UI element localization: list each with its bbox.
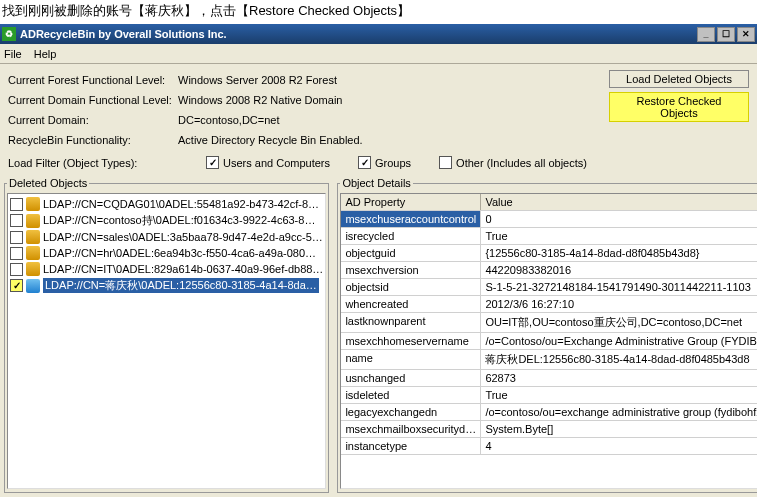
menu-help[interactable]: Help	[34, 48, 57, 60]
grid-cell-property: legacyexchangedn	[341, 404, 481, 420]
tree-item-label: LDAP://CN=hr\0ADEL:6ea94b3c-f550-4ca6-a4…	[43, 247, 316, 259]
info-panel: Load Deleted Objects Restore Checked Obj…	[0, 64, 757, 152]
grid-row[interactable]: name蒋庆秋DEL:12556c80-3185-4a14-8dad-d8f04…	[341, 350, 757, 370]
filter-groups-label: Groups	[375, 157, 411, 169]
tree-item[interactable]: LDAP://CN=sales\0ADEL:3a5baa78-9d47-4e2d…	[8, 229, 325, 245]
filter-groups-checkbox[interactable]: Groups	[358, 156, 411, 169]
minimize-button[interactable]: _	[697, 27, 715, 42]
tree-item-checkbox[interactable]	[10, 198, 23, 211]
tree-item-checkbox[interactable]	[10, 279, 23, 292]
tree-item[interactable]: LDAP://CN=IT\0ADEL:829a614b-0637-40a9-96…	[8, 261, 325, 277]
window-title: ADRecycleBin by Overall Solutions Inc.	[20, 28, 227, 40]
grid-cell-value: 0	[481, 211, 757, 227]
filter-row: Load Filter (Object Types): Users and Co…	[0, 152, 757, 177]
grid-row[interactable]: usnchanged62873	[341, 370, 757, 387]
grid-row[interactable]: msexchuseraccountcontrol0	[341, 211, 757, 228]
instruction-text: 找到刚刚被删除的账号【蒋庆秋】，点击【Restore Checked Objec…	[0, 0, 757, 24]
deleted-objects-legend: Deleted Objects	[7, 177, 89, 189]
object-details-grid[interactable]: AD Property Value msexchuseraccountcontr…	[340, 193, 757, 489]
tree-item-checkbox[interactable]	[10, 214, 23, 227]
grid-row[interactable]: whencreated2012/3/6 16:27:10	[341, 296, 757, 313]
tree-item[interactable]: LDAP://CN=contoso持\0ADEL:f01634c3-9922-4…	[8, 212, 325, 229]
grid-row[interactable]: objectguid{12556c80-3185-4a14-8dad-d8f04…	[341, 245, 757, 262]
maximize-button[interactable]: ☐	[717, 27, 735, 42]
deleted-objects-panel: Deleted Objects LDAP://CN=CQDAG01\0ADEL:…	[4, 177, 329, 493]
restore-checked-button[interactable]: Restore Checked Objects	[609, 92, 749, 122]
tree-item[interactable]: LDAP://CN=hr\0ADEL:6ea94b3c-f550-4ca6-a4…	[8, 245, 325, 261]
group-icon	[26, 214, 40, 228]
grid-cell-value: /o=contoso/ou=exchange administrative gr…	[481, 404, 757, 420]
grid-cell-value: /o=Contoso/ou=Exchange Administrative Gr…	[481, 333, 757, 349]
grid-cell-property: isrecycled	[341, 228, 481, 244]
grid-row[interactable]: isrecycledTrue	[341, 228, 757, 245]
grid-cell-property: whencreated	[341, 296, 481, 312]
group-icon	[26, 246, 40, 260]
tree-item-label: LDAP://CN=sales\0ADEL:3a5baa78-9d47-4e2d…	[43, 231, 323, 243]
tree-item-checkbox[interactable]	[10, 247, 23, 260]
grid-cell-value: True	[481, 228, 757, 244]
grid-cell-property: usnchanged	[341, 370, 481, 386]
grid-cell-property: msexchversion	[341, 262, 481, 278]
grid-cell-value: 2012/3/6 16:27:10	[481, 296, 757, 312]
grid-row[interactable]: msexchhomeservername/o=Contoso/ou=Exchan…	[341, 333, 757, 350]
current-domain-value: DC=contoso,DC=net	[178, 114, 280, 126]
domain-fn-level-label: Current Domain Functional Level:	[8, 94, 178, 106]
load-deleted-button[interactable]: Load Deleted Objects	[609, 70, 749, 88]
deleted-objects-tree[interactable]: LDAP://CN=CQDAG01\0ADEL:55481a92-b473-42…	[7, 193, 326, 489]
checkbox-icon	[206, 156, 219, 169]
grid-row[interactable]: msexchversion44220983382016	[341, 262, 757, 279]
grid-header: AD Property Value	[341, 194, 757, 211]
group-icon	[26, 197, 40, 211]
grid-cell-value: {12556c80-3185-4a14-8dad-d8f0485b43d8}	[481, 245, 757, 261]
grid-cell-value: 4	[481, 438, 757, 454]
tree-item[interactable]: LDAP://CN=蒋庆秋\0ADEL:12556c80-3185-4a14-8…	[8, 277, 325, 294]
grid-cell-value: True	[481, 387, 757, 403]
grid-cell-property: isdeleted	[341, 387, 481, 403]
grid-cell-property: objectsid	[341, 279, 481, 295]
grid-row[interactable]: legacyexchangedn/o=contoso/ou=exchange a…	[341, 404, 757, 421]
grid-cell-property: msexchhomeservername	[341, 333, 481, 349]
user-icon	[26, 279, 40, 293]
grid-cell-value: 蒋庆秋DEL:12556c80-3185-4a14-8dad-d8f0485b4…	[481, 350, 757, 369]
grid-header-value[interactable]: Value	[481, 194, 757, 210]
group-icon	[26, 262, 40, 276]
close-button[interactable]: ✕	[737, 27, 755, 42]
grid-row[interactable]: msexchmailboxsecuritydescriptorSystem.By…	[341, 421, 757, 438]
grid-row[interactable]: objectsidS-1-5-21-3272148184-1541791490-…	[341, 279, 757, 296]
window-titlebar: ♻ ADRecycleBin by Overall Solutions Inc.…	[0, 24, 757, 44]
checkbox-icon	[439, 156, 452, 169]
grid-cell-value: 44220983382016	[481, 262, 757, 278]
grid-cell-property: lastknownparent	[341, 313, 481, 332]
recyclebin-func-value: Active Directory Recycle Bin Enabled.	[178, 134, 363, 146]
tree-item-checkbox[interactable]	[10, 263, 23, 276]
grid-cell-property: name	[341, 350, 481, 369]
filter-other-label: Other (Includes all objects)	[456, 157, 587, 169]
domain-fn-level-value: Windows 2008 R2 Native Domain	[178, 94, 342, 106]
forest-level-value: Windows Server 2008 R2 Forest	[178, 74, 337, 86]
grid-cell-value: System.Byte[]	[481, 421, 757, 437]
grid-header-property[interactable]: AD Property	[341, 194, 481, 210]
object-details-legend: Object Details	[340, 177, 412, 189]
filter-users-label: Users and Computers	[223, 157, 330, 169]
tree-item-label: LDAP://CN=蒋庆秋\0ADEL:12556c80-3185-4a14-8…	[43, 278, 319, 293]
grid-cell-value: OU=IT部,OU=contoso重庆公司,DC=contoso,DC=net	[481, 313, 757, 332]
current-domain-label: Current Domain:	[8, 114, 178, 126]
forest-level-label: Current Forest Functional Level:	[8, 74, 178, 86]
recyclebin-func-label: RecycleBin Functionality:	[8, 134, 178, 146]
grid-row[interactable]: lastknownparentOU=IT部,OU=contoso重庆公司,DC=…	[341, 313, 757, 333]
menu-file[interactable]: File	[4, 48, 22, 60]
grid-row[interactable]: isdeletedTrue	[341, 387, 757, 404]
grid-cell-value: S-1-5-21-3272148184-1541791490-301144221…	[481, 279, 757, 295]
filter-other-checkbox[interactable]: Other (Includes all objects)	[439, 156, 587, 169]
grid-cell-value: 62873	[481, 370, 757, 386]
tree-item-label: LDAP://CN=CQDAG01\0ADEL:55481a92-b473-42…	[43, 198, 319, 210]
tree-item[interactable]: LDAP://CN=CQDAG01\0ADEL:55481a92-b473-42…	[8, 196, 325, 212]
filter-label: Load Filter (Object Types):	[8, 157, 178, 169]
menu-bar: File Help	[0, 44, 757, 64]
filter-users-checkbox[interactable]: Users and Computers	[206, 156, 330, 169]
tree-item-checkbox[interactable]	[10, 231, 23, 244]
grid-row[interactable]: instancetype4	[341, 438, 757, 455]
grid-cell-property: msexchmailboxsecuritydescriptor	[341, 421, 481, 437]
tree-item-label: LDAP://CN=contoso持\0ADEL:f01634c3-9922-4…	[43, 213, 315, 228]
tree-item-label: LDAP://CN=IT\0ADEL:829a614b-0637-40a9-96…	[43, 263, 323, 275]
